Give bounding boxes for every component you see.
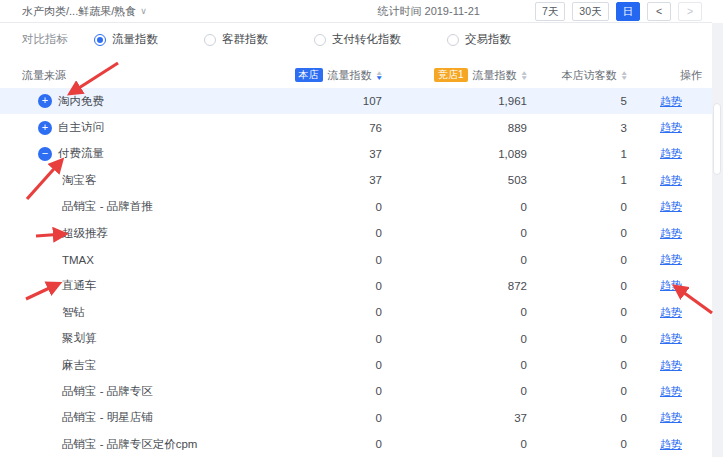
category-breadcrumb[interactable]: 水产肉类/...鲜蔬果/熟食 ∨ [22, 4, 147, 19]
range-30d-button[interactable]: 30天 [572, 2, 608, 21]
scrollbar-track[interactable] [712, 23, 723, 457]
own-index-value: 37 [369, 148, 382, 160]
traffic-source-cell: 品销宝 - 明星店铺 [0, 410, 292, 425]
col-competitor-index: 竞店1 流量指数 [382, 68, 527, 83]
own-visitors-value: 0 [527, 412, 627, 424]
competitor-index-value: 1,961 [382, 95, 527, 107]
competitor-index-value: 37 [514, 412, 527, 424]
competitor-index-value: 872 [382, 280, 527, 292]
collapse-icon[interactable]: − [38, 147, 52, 161]
table-row: +淘内免费1071,9615趋势 [0, 88, 712, 114]
radio-label: 交易指数 [465, 32, 511, 47]
action-cell: 趋势 [627, 410, 702, 425]
traffic-source-table: +淘内免费1071,9615趋势+自主访问768893趋势−付费流量371,08… [0, 88, 712, 457]
expand-icon[interactable]: + [38, 94, 52, 108]
own-visitors-value: 0 [527, 333, 627, 345]
own-index-value: 0 [292, 306, 382, 318]
trend-link[interactable]: 趋势 [660, 146, 682, 161]
own-index-value: 0 [292, 280, 382, 292]
trend-link[interactable]: 趋势 [660, 384, 682, 399]
competitor-store-badge: 竞店1 [434, 68, 468, 82]
traffic-source-label: 聚划算 [62, 331, 97, 346]
traffic-source-label: 淘内免费 [58, 94, 104, 109]
own-index-label: 流量指数 [328, 68, 372, 83]
action-cell: 趋势 [627, 331, 702, 346]
competitor-index-value: 1,089 [498, 148, 527, 160]
competitor-index-value: 889 [508, 122, 527, 134]
range-7d-button[interactable]: 7天 [535, 2, 565, 21]
own-index-value: 107 [292, 95, 382, 107]
compare-metric-label: 对比指标 [22, 32, 68, 47]
table-row: 直通车08720趋势 [0, 273, 712, 299]
traffic-source-cell: 智钻 [0, 305, 292, 320]
action-cell: 趋势 [627, 146, 702, 161]
compare-metric-row: 对比指标 流量指数 客群指数 支付转化指数 交易指数 [0, 23, 712, 56]
own-visitors-value: 0 [527, 227, 627, 239]
radio-pay-conversion-index[interactable]: 支付转化指数 [314, 32, 401, 47]
action-cell: 趋势 [627, 278, 702, 293]
col-own-index: 本店 流量指数 [292, 68, 382, 83]
trend-link[interactable]: 趋势 [660, 199, 682, 214]
radio-selected-icon [94, 34, 106, 46]
own-visitors-value: 0 [527, 385, 627, 397]
sort-icon-competitor-index[interactable] [521, 70, 527, 81]
own-visitors-value: 1 [527, 174, 627, 186]
traffic-source-label: 自主访问 [58, 120, 104, 135]
table-row: 品销宝 - 品牌专区000趋势 [0, 378, 712, 404]
expand-icon[interactable]: + [38, 121, 52, 135]
trend-link[interactable]: 趋势 [660, 94, 682, 109]
trend-link[interactable]: 趋势 [660, 331, 682, 346]
top-bar: 水产肉类/...鲜蔬果/熟食 ∨ 统计时间 2019-11-21 7天 30天 … [0, 0, 712, 23]
radio-icon [204, 34, 216, 46]
table-header: 流量来源 本店 流量指数 竞店1 流量指数 本店访客数 操作 [0, 62, 712, 88]
trend-link[interactable]: 趋势 [660, 173, 682, 188]
radio-icon [314, 34, 326, 46]
sort-icon-own-visitors[interactable] [621, 70, 627, 81]
competitor-index-value: 503 [382, 174, 527, 186]
trend-link[interactable]: 趋势 [660, 437, 682, 452]
traffic-source-label: 智钻 [62, 305, 85, 320]
trend-link[interactable]: 趋势 [660, 410, 682, 425]
own-index-value: 0 [292, 254, 382, 266]
radio-customer-index[interactable]: 客群指数 [204, 32, 268, 47]
range-day-button[interactable]: 日 [616, 2, 641, 21]
action-cell: 趋势 [627, 305, 702, 320]
trend-link[interactable]: 趋势 [660, 226, 682, 241]
action-cell: 趋势 [627, 226, 702, 241]
trend-link[interactable]: 趋势 [660, 358, 682, 373]
scrollbar-thumb[interactable] [713, 103, 721, 175]
sort-icon-own-index[interactable] [376, 70, 382, 81]
competitor-index-value: 0 [382, 438, 527, 450]
table-row: 聚划算000趋势 [0, 326, 712, 352]
competitor-index-value: 0 [382, 201, 527, 213]
table-row: −付费流量371,0891趋势 [0, 141, 712, 167]
trend-link[interactable]: 趋势 [660, 305, 682, 320]
own-visitors-value: 0 [527, 280, 627, 292]
radio-traffic-index[interactable]: 流量指数 [94, 32, 158, 47]
trend-link[interactable]: 趋势 [660, 278, 682, 293]
table-row: +自主访问768893趋势 [0, 114, 712, 140]
own-index-value: 37 [292, 174, 382, 186]
prev-day-button[interactable]: < [647, 2, 671, 21]
traffic-source-cell: −付费流量 [0, 146, 292, 161]
radio-label: 支付转化指数 [332, 32, 401, 47]
next-day-button[interactable]: > [678, 2, 702, 21]
traffic-source-label: 超级推荐 [62, 226, 108, 241]
own-visitors-value: 0 [527, 254, 627, 266]
traffic-source-cell: 品销宝 - 品牌首推 [0, 199, 292, 214]
competitor-index-value: 0 [382, 385, 527, 397]
own-index-value: 76 [369, 122, 382, 134]
trend-link[interactable]: 趋势 [660, 120, 682, 135]
own-index-value: 0 [292, 227, 382, 239]
own-visitors-value: 0 [527, 438, 627, 450]
action-cell: 趋势 [627, 437, 702, 452]
traffic-source-label: 品销宝 - 品牌专区 [62, 384, 153, 399]
competitor-index-value: 1,961 [498, 95, 527, 107]
traffic-source-cell: 品销宝 - 品牌专区 [0, 384, 292, 399]
traffic-source-label: 淘宝客 [62, 173, 97, 188]
traffic-source-label: 品销宝 - 明星店铺 [62, 410, 153, 425]
traffic-source-cell: 麻吉宝 [0, 358, 292, 373]
radio-trade-index[interactable]: 交易指数 [447, 32, 511, 47]
action-cell: 趋势 [627, 120, 702, 135]
trend-link[interactable]: 趋势 [660, 252, 682, 267]
